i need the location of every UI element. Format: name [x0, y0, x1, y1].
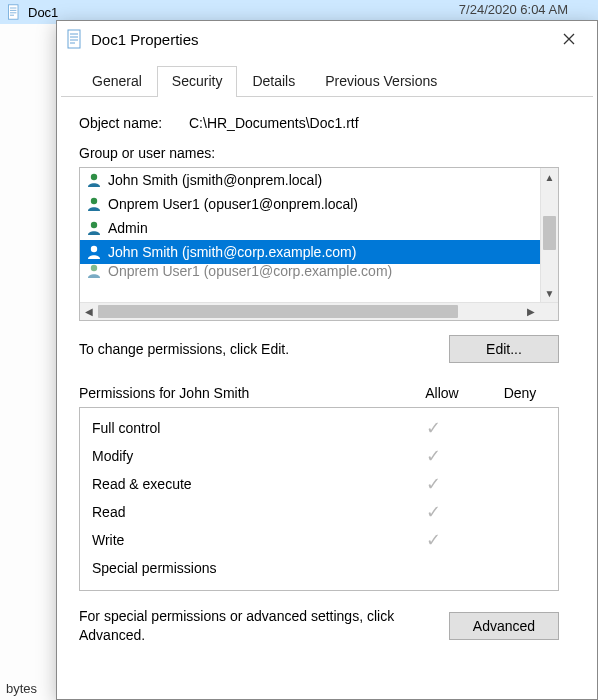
user-icon	[86, 263, 102, 279]
allow-cell: ✓	[394, 475, 472, 493]
user-icon	[86, 220, 102, 236]
svg-point-4	[91, 222, 97, 228]
svg-point-3	[91, 198, 97, 204]
file-icon	[6, 4, 22, 20]
object-name-label: Object name:	[79, 115, 189, 131]
close-button[interactable]	[549, 25, 589, 53]
check-icon: ✓	[426, 446, 441, 466]
tab-strip: General Security Details Previous Versio…	[61, 57, 593, 97]
user-display-name: John Smith (jsmith@corp.example.com)	[108, 244, 356, 260]
user-display-name: Onprem User1 (opuser1@corp.example.com)	[108, 263, 392, 279]
tab-body-security: Object name: C:\HR_Documents\Doc1.rtf Gr…	[57, 97, 597, 699]
close-icon	[563, 33, 575, 45]
user-display-name: Admin	[108, 220, 148, 236]
svg-point-2	[91, 174, 97, 180]
allow-cell: ✓	[394, 531, 472, 549]
edit-button[interactable]: Edit...	[449, 335, 559, 363]
tab-security[interactable]: Security	[157, 66, 238, 97]
scroll-up-icon[interactable]: ▲	[541, 168, 558, 186]
permission-row: Full control✓	[80, 414, 558, 442]
horizontal-scrollbar[interactable]: ◀ ▶	[80, 302, 558, 320]
svg-point-6	[91, 265, 97, 271]
permissions-header: Permissions for John Smith	[79, 385, 403, 401]
scroll-right-icon[interactable]: ▶	[522, 303, 540, 320]
properties-dialog: Doc1 Properties General Security Details…	[56, 20, 598, 700]
user-row[interactable]: John Smith (jsmith@corp.example.com)	[80, 240, 540, 264]
scroll-down-icon[interactable]: ▼	[541, 284, 558, 302]
check-icon: ✓	[426, 474, 441, 494]
permission-row: Modify✓	[80, 442, 558, 470]
advanced-button[interactable]: Advanced	[449, 612, 559, 640]
user-row[interactable]: John Smith (jsmith@onprem.local)	[80, 168, 540, 192]
titlebar: Doc1 Properties	[57, 21, 597, 57]
user-row[interactable]: Onprem User1 (opuser1@onprem.local)	[80, 192, 540, 216]
allow-cell: ✓	[394, 503, 472, 521]
permission-row: Write✓	[80, 526, 558, 554]
hscroll-thumb[interactable]	[98, 305, 458, 318]
check-icon: ✓	[426, 418, 441, 438]
tab-previous-versions[interactable]: Previous Versions	[310, 66, 452, 97]
group-user-label: Group or user names:	[79, 145, 575, 161]
check-icon: ✓	[426, 502, 441, 522]
user-icon	[86, 244, 102, 260]
advanced-hint: For special permissions or advanced sett…	[79, 607, 449, 645]
user-icon	[86, 172, 102, 188]
user-display-name: Onprem User1 (opuser1@onprem.local)	[108, 196, 358, 212]
explorer-file-timestamp: 7/24/2020 6:04 AM	[459, 2, 568, 17]
permission-name: Special permissions	[92, 560, 394, 576]
user-list[interactable]: John Smith (jsmith@onprem.local)Onprem U…	[79, 167, 559, 321]
svg-rect-0	[8, 5, 18, 19]
svg-rect-1	[68, 30, 80, 48]
check-icon: ✓	[426, 530, 441, 550]
permission-name: Full control	[92, 420, 394, 436]
dialog-title: Doc1 Properties	[91, 31, 199, 48]
tab-details[interactable]: Details	[237, 66, 310, 97]
allow-cell: ✓	[394, 447, 472, 465]
permission-row: Special permissions	[80, 554, 558, 582]
permissions-list: Full control✓Modify✓Read & execute✓Read✓…	[79, 407, 559, 591]
permission-name: Write	[92, 532, 394, 548]
edit-hint: To change permissions, click Edit.	[79, 341, 449, 357]
explorer-size-unit: bytes	[6, 681, 37, 696]
permission-row: Read✓	[80, 498, 558, 526]
explorer-file-name: Doc1	[28, 5, 58, 20]
permission-row: Read & execute✓	[80, 470, 558, 498]
allow-cell: ✓	[394, 419, 472, 437]
object-name-value: C:\HR_Documents\Doc1.rtf	[189, 115, 359, 131]
file-icon	[67, 29, 83, 49]
permission-name: Read & execute	[92, 476, 394, 492]
permission-name: Read	[92, 504, 394, 520]
vertical-scrollbar[interactable]: ▲ ▼	[540, 168, 558, 302]
user-display-name: John Smith (jsmith@onprem.local)	[108, 172, 322, 188]
user-row[interactable]: Onprem User1 (opuser1@corp.example.com)	[80, 264, 540, 278]
permission-name: Modify	[92, 448, 394, 464]
tab-general[interactable]: General	[77, 66, 157, 97]
deny-column-header: Deny	[481, 385, 559, 401]
scroll-left-icon[interactable]: ◀	[80, 303, 98, 320]
allow-column-header: Allow	[403, 385, 481, 401]
scroll-thumb[interactable]	[543, 216, 556, 250]
svg-point-5	[91, 246, 97, 252]
user-icon	[86, 196, 102, 212]
user-row[interactable]: Admin	[80, 216, 540, 240]
